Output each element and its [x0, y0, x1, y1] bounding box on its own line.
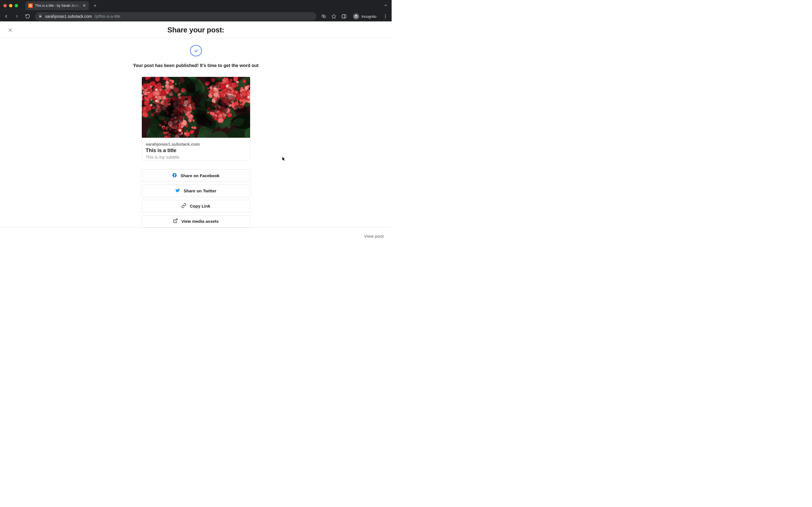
substack-favicon-icon [28, 3, 33, 8]
svg-point-8 [385, 16, 386, 17]
svg-line-13 [175, 219, 177, 221]
share-twitter-button[interactable]: Share on Twitter [142, 184, 250, 197]
page-title: Share your post: [167, 25, 224, 34]
url-path: /p/this-is-a-title [95, 14, 120, 18]
incognito-indicator[interactable]: Incognito [351, 12, 378, 20]
window-zoom-button[interactable] [15, 4, 18, 7]
svg-rect-1 [29, 5, 32, 6]
new-tab-button[interactable]: ＋ [91, 2, 99, 10]
incognito-label: Incognito [361, 14, 376, 18]
copy-link-button[interactable]: Copy Link [142, 200, 250, 212]
address-bar[interactable]: sarahjonas1.substack.com/p/this-is-a-tit… [35, 12, 316, 20]
published-message: Your post has been published! It's time … [133, 63, 259, 68]
browser-chrome: This is a title - by Sarah Jonas ✕ ＋ sar… [0, 0, 392, 21]
incognito-icon [353, 13, 359, 19]
svg-rect-0 [29, 4, 32, 5]
window-close-button[interactable] [3, 4, 7, 7]
post-card-domain: sarahjonas1.substack.com [146, 142, 246, 147]
window-controls [3, 4, 18, 7]
tab-title: This is a title - by Sarah Jonas [35, 4, 80, 8]
page-header: Share your post: [0, 21, 392, 39]
share-facebook-label: Share on Facebook [181, 173, 219, 178]
twitter-icon [175, 188, 180, 194]
view-media-assets-button[interactable]: View media assets [142, 215, 250, 228]
svg-rect-5 [342, 15, 346, 18]
reload-button[interactable] [24, 13, 31, 20]
page: Share your post: Your post has been publ… [0, 21, 392, 244]
side-panel-icon[interactable] [341, 13, 347, 20]
svg-marker-4 [332, 14, 336, 18]
post-card-meta: sarahjonas1.substack.com This is a title… [142, 138, 250, 161]
svg-point-7 [385, 14, 386, 15]
kebab-menu-icon[interactable] [382, 13, 389, 20]
page-footer: View post [0, 228, 392, 244]
copy-link-label: Copy Link [190, 204, 210, 209]
tab-close-icon[interactable]: ✕ [83, 3, 86, 8]
share-twitter-label: Share on Twitter [184, 188, 216, 193]
tabs-dropdown-icon[interactable] [380, 3, 392, 8]
back-button[interactable] [3, 13, 10, 20]
forward-button[interactable] [13, 13, 20, 20]
toolbar-right: Incognito [320, 12, 389, 20]
tab-strip: This is a title - by Sarah Jonas ✕ ＋ [0, 0, 392, 11]
facebook-icon [172, 173, 177, 179]
view-media-assets-label: View media assets [181, 219, 218, 224]
browser-tab[interactable]: This is a title - by Sarah Jonas ✕ [26, 1, 89, 10]
eye-off-icon[interactable] [320, 13, 327, 20]
post-cover-image [142, 77, 250, 138]
view-post-link[interactable]: View post [364, 234, 384, 238]
window-minimize-button[interactable] [9, 4, 12, 7]
link-icon [181, 203, 186, 209]
close-icon[interactable] [6, 26, 14, 34]
post-preview-card: sarahjonas1.substack.com This is a title… [142, 76, 250, 161]
share-facebook-button[interactable]: Share on Facebook [142, 169, 250, 182]
svg-point-9 [385, 17, 386, 18]
url-host: sarahjonas1.substack.com [45, 14, 92, 18]
page-body: Your post has been published! It's time … [0, 39, 392, 228]
bookmark-star-icon[interactable] [331, 13, 337, 20]
success-check-icon [190, 45, 202, 56]
post-card-subtitle: This is my subtitle [146, 155, 246, 159]
lock-icon [38, 14, 42, 19]
browser-toolbar: sarahjonas1.substack.com/p/this-is-a-tit… [0, 11, 392, 21]
external-link-icon [173, 218, 178, 224]
post-card-title: This is a title [146, 148, 246, 154]
